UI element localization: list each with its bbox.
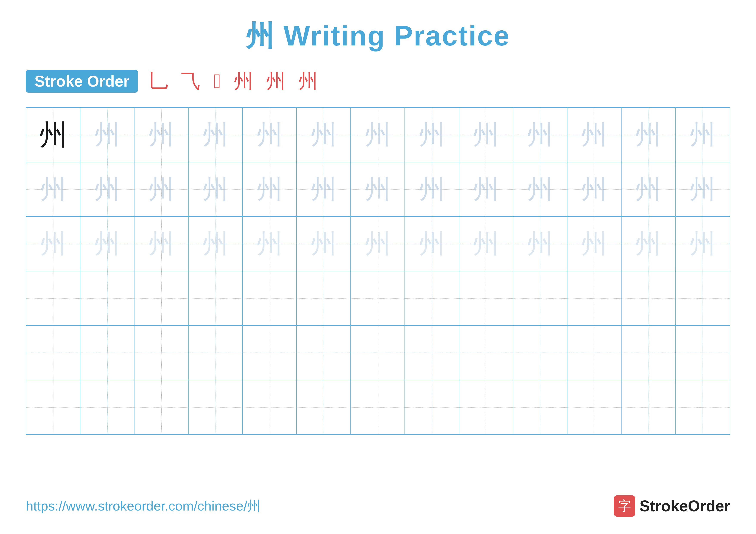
page: 州 Writing Practice Stroke Order ⺃ ⺄ 𠃊 州 …	[0, 0, 756, 534]
grid-cell-r5-c1[interactable]	[26, 326, 80, 380]
grid-cell-r6-c2[interactable]	[80, 380, 134, 434]
grid-cell-r1-c3: 州	[134, 108, 189, 162]
grid-cell-r3-c2: 州	[80, 217, 134, 271]
grid-cell-r1-c2: 州	[80, 108, 134, 162]
stroke-steps: ⺃ ⺄ 𠃊 州 州 州	[149, 68, 318, 94]
grid-cell-r3-c9: 州	[459, 217, 513, 271]
grid-cell-r2-c9: 州	[459, 162, 513, 216]
title-char: 州	[246, 20, 275, 51]
stroke-step-1: ⺃	[149, 68, 168, 94]
grid-cell-r5-c11[interactable]	[567, 326, 622, 380]
grid-cell-r5-c12[interactable]	[622, 326, 676, 380]
grid-cell-r1-c5: 州	[243, 108, 297, 162]
grid-cell-r1-c12: 州	[622, 108, 676, 162]
grid-cell-r6-c6[interactable]	[297, 380, 351, 434]
grid-cell-r2-c12: 州	[622, 162, 676, 216]
grid-cell-r1-c1: 州	[26, 108, 80, 162]
grid-cell-r4-c1[interactable]	[26, 271, 80, 325]
grid-row-3: 州 州 州 州 州 州 州 州 州 州 州 州 州	[26, 217, 730, 271]
grid-cell-r3-c3: 州	[134, 217, 189, 271]
grid-row-1: 州 州 州 州 州 州 州 州 州 州 州 州 州	[26, 108, 730, 162]
grid-cell-r5-c8[interactable]	[405, 326, 459, 380]
grid-cell-r1-c11: 州	[567, 108, 622, 162]
grid-cell-r4-c12[interactable]	[622, 271, 676, 325]
grid-cell-r3-c12: 州	[622, 217, 676, 271]
grid-cell-r1-c7: 州	[351, 108, 405, 162]
grid-cell-r4-c13[interactable]	[676, 271, 730, 325]
grid-cell-r4-c3[interactable]	[134, 271, 189, 325]
grid-cell-r2-c6: 州	[297, 162, 351, 216]
grid-cell-r5-c13[interactable]	[676, 326, 730, 380]
grid-cell-r3-c4: 州	[189, 217, 243, 271]
grid-cell-r2-c10: 州	[513, 162, 567, 216]
grid-cell-r3-c13: 州	[676, 217, 730, 271]
char-solid: 州	[39, 121, 67, 149]
title-text: Writing Practice	[284, 20, 510, 51]
grid-cell-r1-c9: 州	[459, 108, 513, 162]
grid-cell-r6-c11[interactable]	[567, 380, 622, 434]
grid-cell-r5-c9[interactable]	[459, 326, 513, 380]
grid-cell-r3-c6: 州	[297, 217, 351, 271]
stroke-order-row: Stroke Order ⺃ ⺄ 𠃊 州 州 州	[26, 68, 730, 94]
grid-cell-r6-c7[interactable]	[351, 380, 405, 434]
grid-cell-r3-c10: 州	[513, 217, 567, 271]
grid-cell-r2-c11: 州	[567, 162, 622, 216]
grid-cell-r4-c7[interactable]	[351, 271, 405, 325]
grid-cell-r5-c3[interactable]	[134, 326, 189, 380]
footer-logo-text: StrokeOrder	[640, 497, 730, 515]
grid-cell-r6-c13[interactable]	[676, 380, 730, 434]
footer-logo: 字 StrokeOrder	[614, 495, 730, 517]
grid-cell-r2-c13: 州	[676, 162, 730, 216]
strokeorder-logo-icon: 字	[614, 495, 635, 517]
grid-cell-r4-c2[interactable]	[80, 271, 134, 325]
grid-cell-r5-c10[interactable]	[513, 326, 567, 380]
grid-cell-r1-c4: 州	[189, 108, 243, 162]
grid-cell-r1-c13: 州	[676, 108, 730, 162]
grid-cell-r2-c5: 州	[243, 162, 297, 216]
stroke-step-6: 州	[298, 68, 318, 94]
grid-cell-r2-c3: 州	[134, 162, 189, 216]
grid-cell-r6-c1[interactable]	[26, 380, 80, 434]
grid-cell-r6-c12[interactable]	[622, 380, 676, 434]
footer: https://www.strokeorder.com/chinese/州 字 …	[26, 495, 730, 517]
footer-url[interactable]: https://www.strokeorder.com/chinese/州	[26, 497, 260, 515]
grid-cell-r4-c4[interactable]	[189, 271, 243, 325]
grid-cell-r6-c8[interactable]	[405, 380, 459, 434]
stroke-step-3: 𠃊	[213, 69, 221, 93]
grid-cell-r4-c11[interactable]	[567, 271, 622, 325]
stroke-step-5: 州	[266, 68, 285, 94]
grid-cell-r4-c8[interactable]	[405, 271, 459, 325]
grid-cell-r4-c6[interactable]	[297, 271, 351, 325]
grid-cell-r3-c1: 州	[26, 217, 80, 271]
grid-cell-r3-c8: 州	[405, 217, 459, 271]
grid-cell-r1-c6: 州	[297, 108, 351, 162]
grid-cell-r6-c9[interactable]	[459, 380, 513, 434]
stroke-step-2: ⺄	[181, 68, 201, 94]
grid-cell-r6-c10[interactable]	[513, 380, 567, 434]
grid-cell-r5-c4[interactable]	[189, 326, 243, 380]
grid-cell-r1-c10: 州	[513, 108, 567, 162]
grid-cell-r2-c4: 州	[189, 162, 243, 216]
grid-cell-r4-c10[interactable]	[513, 271, 567, 325]
grid-cell-r1-c8: 州	[405, 108, 459, 162]
practice-grid: 州 州 州 州 州 州 州 州 州 州 州 州 州 州 州 州 州 州 州 州 …	[26, 107, 730, 435]
grid-cell-r5-c5[interactable]	[243, 326, 297, 380]
grid-cell-r2-c1: 州	[26, 162, 80, 216]
page-title: 州 Writing Practice	[246, 20, 510, 51]
grid-cell-r5-c7[interactable]	[351, 326, 405, 380]
stroke-order-badge: Stroke Order	[26, 70, 138, 93]
grid-row-6	[26, 380, 730, 434]
grid-cell-r6-c5[interactable]	[243, 380, 297, 434]
grid-cell-r4-c5[interactable]	[243, 271, 297, 325]
grid-cell-r4-c9[interactable]	[459, 271, 513, 325]
grid-cell-r6-c4[interactable]	[189, 380, 243, 434]
grid-cell-r5-c6[interactable]	[297, 326, 351, 380]
grid-row-2: 州 州 州 州 州 州 州 州 州 州 州 州 州	[26, 162, 730, 217]
grid-cell-r6-c3[interactable]	[134, 380, 189, 434]
grid-cell-r2-c8: 州	[405, 162, 459, 216]
grid-cell-r5-c2[interactable]	[80, 326, 134, 380]
grid-cell-r3-c5: 州	[243, 217, 297, 271]
grid-row-4	[26, 271, 730, 326]
grid-cell-r2-c2: 州	[80, 162, 134, 216]
title-area: 州 Writing Practice	[26, 17, 730, 55]
